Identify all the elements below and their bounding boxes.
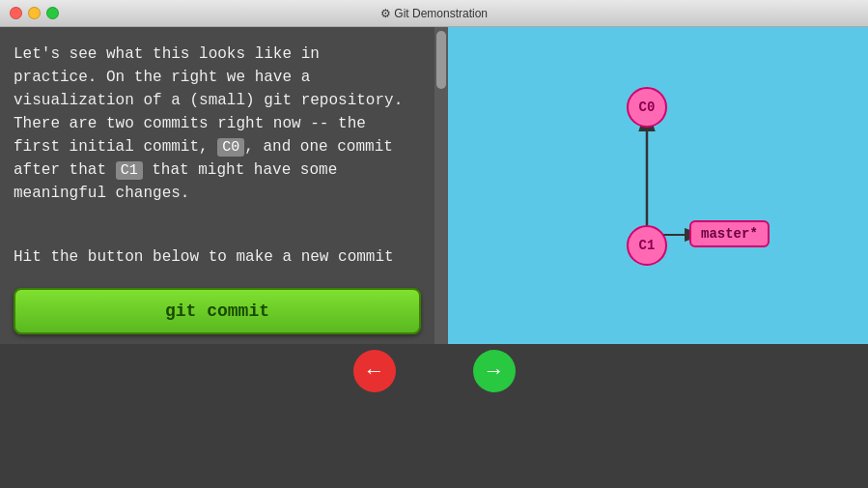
close-button[interactable] xyxy=(10,7,22,19)
main-area: Let's see what this looks like in practi… xyxy=(0,27,868,344)
window-controls xyxy=(10,7,59,19)
scrollbar[interactable] xyxy=(434,27,448,344)
git-commit-button[interactable]: git commit xyxy=(14,288,421,334)
text-part4: Hit the button below to make a new commi… xyxy=(14,248,394,266)
window-title: ⚙ Git Demonstration xyxy=(380,7,488,20)
commit-c1: C1 xyxy=(627,225,667,266)
git-arrows xyxy=(448,27,868,344)
minimize-button[interactable] xyxy=(28,7,41,19)
description-text: Let's see what this looks like in practi… xyxy=(14,43,421,269)
master-label: master* xyxy=(689,220,770,247)
scrollbar-thumb[interactable] xyxy=(436,31,446,89)
title-bar: ⚙ Git Demonstration xyxy=(0,0,868,27)
c1-inline: C1 xyxy=(116,161,143,180)
commit-c0: C0 xyxy=(627,87,667,128)
maximize-button[interactable] xyxy=(46,7,59,19)
bottom-nav: ← → xyxy=(0,344,868,398)
git-visualization: C0 C1 master* xyxy=(448,27,868,344)
back-button[interactable]: ← xyxy=(353,350,396,392)
forward-button[interactable]: → xyxy=(473,350,516,392)
c0-inline: C0 xyxy=(217,138,244,157)
left-panel: Let's see what this looks like in practi… xyxy=(0,27,434,344)
